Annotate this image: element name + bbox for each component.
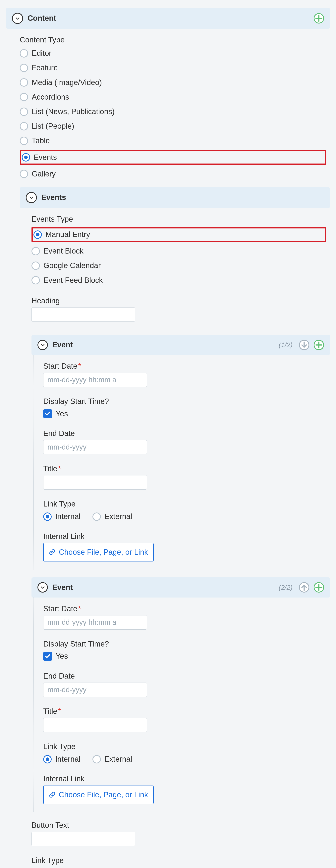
link-type-internal[interactable]: Internal <box>43 754 81 765</box>
heading-input[interactable] <box>31 307 135 322</box>
end-date-input[interactable] <box>43 683 147 697</box>
heading-label: Heading <box>31 296 326 306</box>
start-date-input[interactable] <box>43 615 147 629</box>
checkbox-checked-icon <box>43 409 52 418</box>
link-icon <box>49 791 56 798</box>
chevron-down-icon[interactable] <box>37 340 48 350</box>
yes-label: Yes <box>56 651 68 661</box>
content-type-label: Content Type <box>20 35 326 45</box>
button-text-label: Button Text <box>31 820 326 831</box>
internal-link-label: Internal Link <box>43 531 326 542</box>
event-2-title: Event <box>52 582 73 593</box>
events-link-type-label: Link Type <box>31 855 326 866</box>
button-text-input[interactable] <box>31 832 135 846</box>
events-type-option-feedblock[interactable]: Event Feed Block <box>31 275 326 286</box>
plus-icon[interactable] <box>314 13 324 24</box>
link-type-external[interactable]: External <box>92 754 132 765</box>
event-2-counter: (2/2) <box>279 583 293 592</box>
link-type-label: Link Type <box>43 741 326 752</box>
content-type-option-media[interactable]: Media (Image/Video) <box>20 77 326 88</box>
content-type-option-table[interactable]: Table <box>20 135 326 146</box>
choose-link-button[interactable]: Choose File, Page, or Link <box>43 785 154 804</box>
chevron-down-icon[interactable] <box>26 192 37 203</box>
yes-label: Yes <box>56 408 68 419</box>
end-date-label: End Date <box>43 671 326 681</box>
arrow-down-icon[interactable] <box>299 340 309 350</box>
events-panel-header[interactable]: Events <box>20 187 330 208</box>
content-type-option-accordions[interactable]: Accordions <box>20 92 326 102</box>
title-input[interactable] <box>43 718 147 732</box>
events-title: Events <box>41 192 66 203</box>
start-date-input[interactable] <box>43 373 147 387</box>
start-date-label: Start Date* <box>43 361 326 371</box>
link-type-label: Link Type <box>43 499 326 509</box>
arrow-up-icon[interactable] <box>299 582 309 593</box>
content-type-option-feature[interactable]: Feature <box>20 63 326 73</box>
content-type-option-editor[interactable]: Editor <box>20 48 326 59</box>
choose-link-button[interactable]: Choose File, Page, or Link <box>43 543 154 561</box>
link-type-internal[interactable]: Internal <box>43 511 81 522</box>
display-start-time-checkbox[interactable]: Yes <box>43 408 326 419</box>
link-icon <box>49 549 56 556</box>
checkbox-checked-icon <box>43 652 52 661</box>
display-start-time-label: Display Start Time? <box>43 396 326 407</box>
content-type-option-events-highlight: Events <box>20 150 326 165</box>
event-2-panel-header[interactable]: Event (2/2) <box>31 578 330 597</box>
end-date-label: End Date <box>43 428 326 439</box>
events-type-option-gcal[interactable]: Google Calendar <box>31 260 326 271</box>
event-1-panel-header[interactable]: Event (1/2) <box>31 335 330 355</box>
title-label: Title* <box>43 463 326 474</box>
chevron-down-icon[interactable] <box>12 13 23 24</box>
events-type-label: Events Type <box>31 214 326 224</box>
content-type-option-gallery[interactable]: Gallery <box>20 169 326 179</box>
internal-link-label: Internal Link <box>43 774 326 784</box>
end-date-input[interactable] <box>43 440 147 454</box>
title-label: Title* <box>43 706 326 717</box>
title-input[interactable] <box>43 475 147 490</box>
content-type-option-list-people[interactable]: List (People) <box>20 121 326 131</box>
events-type-option-block[interactable]: Event Block <box>31 246 326 256</box>
event-1-title: Event <box>52 340 73 350</box>
start-date-label: Start Date* <box>43 603 326 614</box>
content-type-option-events[interactable]: Events <box>22 152 57 163</box>
content-type-option-list-news[interactable]: List (News, Publications) <box>20 106 326 117</box>
event-1-counter: (1/2) <box>279 340 293 350</box>
content-panel-header[interactable]: Content <box>6 8 330 29</box>
events-type-option-manual-highlight: Manual Entry <box>31 227 326 242</box>
plus-icon[interactable] <box>314 582 324 593</box>
link-type-external[interactable]: External <box>92 511 132 522</box>
display-start-time-checkbox[interactable]: Yes <box>43 651 326 661</box>
content-title: Content <box>28 13 56 24</box>
chevron-down-icon[interactable] <box>37 582 48 593</box>
plus-icon[interactable] <box>314 340 324 350</box>
events-type-option-manual[interactable]: Manual Entry <box>33 229 90 240</box>
display-start-time-label: Display Start Time? <box>43 639 326 649</box>
